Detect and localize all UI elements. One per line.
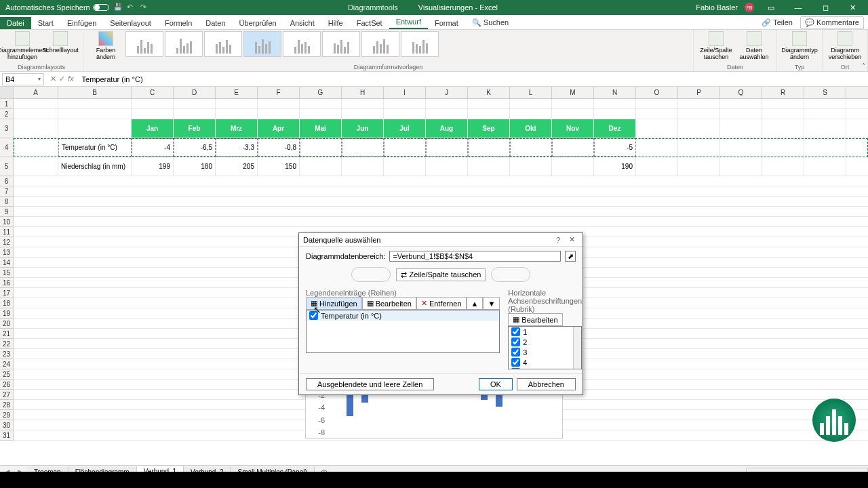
- cell[interactable]: -3,3: [216, 138, 258, 157]
- row-header[interactable]: 12: [0, 237, 14, 247]
- row-header[interactable]: 22: [0, 339, 14, 349]
- month-header[interactable]: Jun: [342, 119, 384, 138]
- select-data-button[interactable]: Daten auswählen: [736, 31, 772, 61]
- col-header[interactable]: A: [14, 87, 58, 98]
- col-header[interactable]: I: [384, 87, 426, 98]
- category-item[interactable]: 5: [509, 367, 581, 369]
- col-header[interactable]: R: [762, 87, 804, 98]
- row-header[interactable]: 19: [0, 308, 14, 319]
- month-header[interactable]: Jul: [384, 119, 426, 138]
- user-avatar[interactable]: FB: [745, 3, 754, 12]
- col-header[interactable]: N: [594, 87, 636, 98]
- month-header[interactable]: Feb: [174, 119, 216, 138]
- row-header[interactable]: 4: [0, 138, 14, 157]
- chart-style-6[interactable]: [322, 31, 360, 57]
- tab-datei[interactable]: Datei: [0, 17, 31, 29]
- row-header[interactable]: 30: [0, 420, 14, 430]
- tab-einfuegen[interactable]: Einfügen: [60, 17, 103, 29]
- row-label-temp[interactable]: Temperatur (in °C): [58, 138, 132, 157]
- cell[interactable]: 150: [258, 157, 300, 176]
- row-header[interactable]: 16: [0, 278, 14, 288]
- formula-input[interactable]: Temperatur (in °C): [78, 75, 868, 83]
- cancel-edit-icon[interactable]: ✕: [50, 75, 56, 83]
- col-header[interactable]: J: [426, 87, 468, 98]
- col-header[interactable]: H: [342, 87, 384, 98]
- month-header[interactable]: Sep: [468, 119, 510, 138]
- row-header[interactable]: 21: [0, 329, 14, 339]
- cell[interactable]: -6,5: [174, 138, 216, 157]
- category-item[interactable]: 4: [509, 357, 581, 367]
- scrollbar[interactable]: [573, 327, 581, 369]
- cell[interactable]: [510, 157, 552, 176]
- row-header[interactable]: 26: [0, 380, 14, 390]
- category-item[interactable]: 3: [509, 347, 581, 357]
- ribbon-options-icon[interactable]: ▭: [761, 0, 781, 15]
- month-header[interactable]: Okt: [510, 119, 552, 138]
- chart-style-5[interactable]: [283, 31, 321, 57]
- switch-row-col-button[interactable]: Zeile/Spalte tauschen: [698, 31, 734, 61]
- chart-style-3[interactable]: [204, 31, 242, 57]
- cell[interactable]: [426, 157, 468, 176]
- move-down-button[interactable]: ▼: [483, 297, 500, 310]
- month-header[interactable]: Dez: [594, 119, 636, 138]
- name-box[interactable]: B4▾: [2, 73, 44, 85]
- col-header[interactable]: K: [468, 87, 510, 98]
- close-dialog-icon[interactable]: ✕: [565, 235, 578, 244]
- move-chart-button[interactable]: Diagramm verschieben: [827, 31, 863, 61]
- row-header[interactable]: 25: [0, 369, 14, 380]
- col-header[interactable]: P: [678, 87, 720, 98]
- tab-daten[interactable]: Daten: [199, 17, 232, 29]
- cat-checkbox[interactable]: [511, 358, 520, 367]
- col-header[interactable]: C: [132, 87, 174, 98]
- edit-series-button[interactable]: ▦ Bearbeiten: [362, 297, 416, 310]
- cat-checkbox[interactable]: [511, 348, 520, 357]
- select-all-corner[interactable]: [0, 87, 14, 98]
- series-checkbox[interactable]: [309, 311, 318, 320]
- tab-factset[interactable]: FactSet: [350, 17, 389, 29]
- row-header[interactable]: 7: [0, 186, 14, 197]
- col-header[interactable]: D: [174, 87, 216, 98]
- month-header[interactable]: Jan: [132, 119, 174, 138]
- row-header[interactable]: 14: [0, 258, 14, 268]
- tab-start[interactable]: Start: [31, 17, 60, 29]
- tab-hilfe[interactable]: Hilfe: [321, 17, 350, 29]
- col-header[interactable]: O: [636, 87, 678, 98]
- tab-ueberpruefen[interactable]: Überprüfen: [233, 17, 283, 29]
- cell[interactable]: 180: [174, 157, 216, 176]
- hidden-empty-cells-button[interactable]: Ausgeblendete und leere Zellen: [306, 378, 434, 390]
- chart-data-range-input[interactable]: [389, 251, 561, 262]
- row-header[interactable]: 27: [0, 390, 14, 400]
- row-header[interactable]: 24: [0, 359, 14, 369]
- cell[interactable]: [552, 138, 594, 157]
- ok-button[interactable]: OK: [479, 378, 513, 390]
- comments-button[interactable]: 💬 Kommentare: [800, 16, 864, 29]
- cell[interactable]: [468, 157, 510, 176]
- save-icon[interactable]: 💾: [113, 3, 123, 12]
- cell[interactable]: [342, 138, 384, 157]
- row-header[interactable]: 11: [0, 227, 14, 237]
- fx-icon[interactable]: fx: [68, 75, 74, 83]
- row-header[interactable]: 15: [0, 268, 14, 278]
- col-header[interactable]: Q: [720, 87, 762, 98]
- month-header[interactable]: Nov: [552, 119, 594, 138]
- row-header[interactable]: 17: [0, 288, 14, 298]
- tab-seitenlayout[interactable]: Seitenlayout: [103, 17, 158, 29]
- edit-categories-button[interactable]: ▦ Bearbeiten: [508, 313, 562, 326]
- chart-style-1[interactable]: [125, 31, 163, 57]
- share-button[interactable]: 🔗 Teilen: [757, 16, 797, 29]
- col-header[interactable]: S: [804, 87, 846, 98]
- row-header[interactable]: 29: [0, 410, 14, 420]
- month-header[interactable]: Aug: [426, 119, 468, 138]
- cell[interactable]: 190: [594, 157, 636, 176]
- row-header[interactable]: 3: [0, 119, 14, 138]
- series-item[interactable]: Temperatur (in °C): [307, 310, 499, 321]
- range-picker-icon[interactable]: ⬈: [565, 251, 576, 262]
- col-header[interactable]: G: [300, 87, 342, 98]
- tab-entwurf[interactable]: Entwurf: [389, 16, 428, 29]
- category-item[interactable]: 2: [509, 337, 581, 347]
- month-header[interactable]: Mrz: [216, 119, 258, 138]
- month-header[interactable]: Apr: [258, 119, 300, 138]
- series-listbox[interactable]: Temperatur (in °C): [306, 310, 500, 353]
- cat-checkbox[interactable]: [511, 368, 520, 369]
- row-label-precip[interactable]: Niederschlag (in mm): [58, 157, 132, 176]
